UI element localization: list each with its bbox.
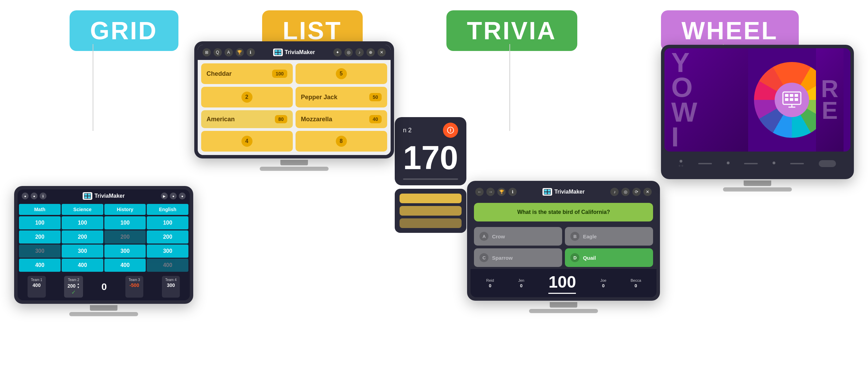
wheel-strip-connector-3 xyxy=(790,163,804,164)
trivia-device: ← → 🏆 ℹ xyxy=(467,181,660,301)
wheel-screen: Y O W I xyxy=(664,48,850,152)
team2-big-score: 0 xyxy=(102,276,107,298)
wheel-device: Y O W I xyxy=(661,45,854,179)
cat-english: English xyxy=(147,204,188,215)
cell-r3c1[interactable]: 300 xyxy=(19,245,61,258)
answer-b-letter: B xyxy=(570,232,579,241)
cell-r3c2[interactable]: 300 xyxy=(62,245,103,258)
trivia-question: What is the state bird of California? xyxy=(474,203,653,221)
list-item-mozzarella[interactable]: Mozzarella 40 xyxy=(296,110,387,128)
trivia-device-wrapper: ← → 🏆 ℹ xyxy=(467,122,660,313)
list-icon-info: ℹ xyxy=(247,48,255,56)
grid-device-wrapper: ● ● ℹ xyxy=(14,124,193,316)
list-num-4: 4 xyxy=(241,136,252,147)
answer-a[interactable]: A Crow xyxy=(474,227,562,246)
cell-r4c4[interactable]: 400 xyxy=(147,259,188,272)
grid-right-icon-1: ▶ xyxy=(161,193,168,199)
svg-rect-11 xyxy=(278,50,281,52)
answer-c[interactable]: C Sparrow xyxy=(474,248,562,267)
grid-icon-1: ● xyxy=(22,193,29,199)
answer-a-text: Crow xyxy=(492,234,505,239)
grid-app-name: TriviaMaker xyxy=(94,193,125,199)
trivia-right-icon-1: ♪ xyxy=(610,188,619,196)
cell-r3c3[interactable]: 300 xyxy=(104,245,146,258)
list-num-5: 5 xyxy=(336,68,347,79)
devices-container: ● ● ℹ xyxy=(0,62,868,316)
list-item-4[interactable]: 4 xyxy=(201,131,293,152)
trivia-player-becca: Becca 0 xyxy=(631,278,641,288)
cell-r1c4[interactable]: 100 xyxy=(147,216,188,229)
list-item-pepper-jack-score: 50 xyxy=(369,93,382,101)
wheel-device-wrapper: Y O W I xyxy=(661,55,854,192)
list-stand-neck xyxy=(280,160,308,165)
list-item-2[interactable]: 2 xyxy=(201,87,293,107)
center-team-label: n 2 xyxy=(403,127,412,134)
list-item-pepper-jack[interactable]: Pepper Jack 50 xyxy=(296,87,387,107)
cell-r1c3[interactable]: 100 xyxy=(104,216,146,229)
list-header-left: ⊞ Q A 🏆 ℹ xyxy=(203,48,255,56)
list-stand xyxy=(194,160,394,171)
list-item-cheddar[interactable]: Cheddar 100 xyxy=(201,63,293,84)
list-item-american-name: American xyxy=(207,116,235,123)
svg-rect-19 xyxy=(548,192,550,194)
list-header-right: ✦ ◎ ♪ ⊕ ✕ xyxy=(333,48,386,56)
answer-c-text: Sparrow xyxy=(492,255,513,261)
list-num-8: 8 xyxy=(336,136,347,147)
cell-r1c1[interactable]: 100 xyxy=(19,216,61,229)
strip-label-1: ○ ○ xyxy=(679,164,683,167)
answer-b[interactable]: B Eagle xyxy=(565,227,653,246)
cell-r2c4[interactable]: 200 xyxy=(147,230,188,244)
list-screen: ⊞ Q A 🏆 ℹ xyxy=(198,45,391,155)
team3-name: Team 3 xyxy=(129,278,140,282)
svg-rect-23 xyxy=(795,94,798,97)
svg-rect-26 xyxy=(795,98,798,101)
trivia-tm-icon xyxy=(542,188,552,196)
wheel-letter-o: O xyxy=(671,75,741,100)
trivia-stand-neck xyxy=(550,302,577,308)
center-score-number: 170 xyxy=(403,141,458,174)
team1-score: Team 1 400 xyxy=(28,276,46,298)
cell-r4c1[interactable]: 400 xyxy=(19,259,61,272)
grid-icon-3: ℹ xyxy=(40,193,46,199)
grid-header-right-icons: ▶ ● ● xyxy=(161,193,186,199)
trivia-left-icon-4: ℹ xyxy=(508,188,517,196)
center-score-wrapper: n 2 170 xyxy=(395,117,466,233)
cell-r4c3[interactable]: 400 xyxy=(104,259,146,272)
cell-r4c2[interactable]: 400 xyxy=(62,259,103,272)
list-item-5[interactable]: 5 xyxy=(296,63,387,84)
cell-r2c2[interactable]: 200 xyxy=(62,230,103,244)
list-num-2: 2 xyxy=(241,92,252,103)
trivia-left-icon-2: → xyxy=(486,188,495,196)
list-app-logo: TriviaMaker xyxy=(273,49,315,56)
wheel-letter-y: Y xyxy=(671,50,741,75)
list-right-icon-2: ◎ xyxy=(344,48,353,56)
answer-d[interactable]: D Quail xyxy=(565,248,653,267)
strip-item-1: ○ ○ xyxy=(679,160,683,167)
category-headers: Math Science History English xyxy=(18,203,190,216)
trivia-stand xyxy=(467,302,660,313)
cell-r2c1[interactable]: 200 xyxy=(19,230,61,244)
wheel-right-r: R xyxy=(821,78,839,100)
list-icon-a: A xyxy=(225,48,233,56)
cell-r2c3[interactable]: 200 xyxy=(104,230,146,244)
cell-r1c2[interactable]: 100 xyxy=(62,216,103,229)
trivia-header-right: ♪ ◎ ⟳ ✕ xyxy=(610,188,652,196)
trivia-right-icon-3: ⟳ xyxy=(632,188,641,196)
team2-value: 200 xyxy=(68,283,75,289)
list-right-icon-3: ♪ xyxy=(355,48,364,56)
list-item-8[interactable]: 8 xyxy=(296,131,387,152)
trivia-left-icon-3: 🏆 xyxy=(497,188,506,196)
list-item-american[interactable]: American 80 xyxy=(201,110,293,128)
list-item-american-score: 80 xyxy=(275,115,287,123)
team4-value: 300 xyxy=(165,282,177,288)
list-app-name: TriviaMaker xyxy=(285,49,315,55)
cell-r3c4[interactable]: 300 xyxy=(147,245,188,258)
svg-rect-24 xyxy=(785,98,788,101)
wheel-letter-w: W xyxy=(671,100,741,125)
grid-right-icon-2: ● xyxy=(170,193,177,199)
svg-rect-10 xyxy=(275,50,278,52)
svg-rect-8 xyxy=(88,196,91,198)
grid-device: ● ● ℹ xyxy=(14,186,193,304)
list-right-icon-1: ✦ xyxy=(333,48,342,56)
team2-name: Team 2 xyxy=(68,278,80,282)
